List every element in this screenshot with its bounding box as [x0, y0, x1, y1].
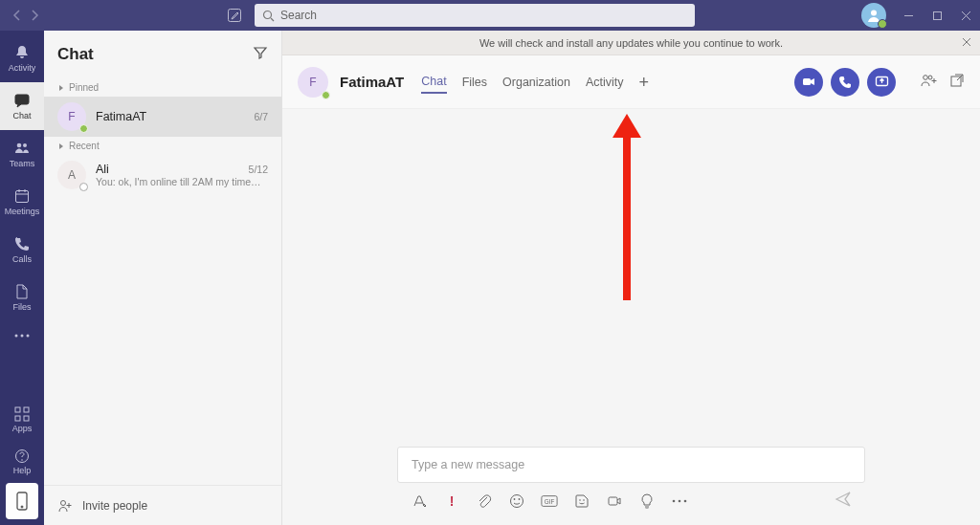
sticker-button[interactable] [573, 492, 590, 510]
close-icon [961, 36, 972, 48]
rail-teams[interactable]: Teams [0, 130, 44, 178]
invite-people-button[interactable]: Invite people [44, 485, 281, 525]
chat-item-name: FatimaAT [96, 110, 146, 123]
attach-icon [477, 493, 492, 509]
tab-organization[interactable]: Organization [502, 72, 570, 93]
emoji-icon [509, 493, 524, 509]
format-icon [412, 493, 427, 509]
svg-point-19 [61, 500, 66, 505]
chat-main: We will check and install any updates wh… [282, 31, 980, 525]
svg-point-9 [21, 335, 24, 338]
praise-button[interactable] [638, 492, 656, 510]
rail-apps[interactable]: Apps [0, 399, 44, 441]
svg-point-33 [673, 500, 676, 503]
more-icon [672, 498, 687, 504]
section-recent[interactable]: Recent [44, 137, 281, 155]
chat-item-name: Ali [96, 163, 109, 176]
attach-button[interactable] [476, 492, 493, 510]
svg-point-1 [264, 11, 272, 18]
tab-files[interactable]: Files [462, 72, 487, 93]
nav-back-button[interactable] [10, 8, 25, 23]
rail-chat[interactable]: Chat [0, 82, 44, 130]
message-input[interactable]: Type a new message [397, 447, 865, 483]
invite-icon [57, 498, 73, 514]
bulb-icon [640, 493, 654, 509]
audio-call-button[interactable] [831, 68, 859, 97]
app-rail: Activity Chat Teams Meetings Calls Files [0, 31, 44, 525]
send-button[interactable] [835, 491, 852, 512]
rail-activity[interactable]: Activity [0, 34, 44, 82]
rail-files[interactable]: Files [0, 273, 44, 321]
more-compose-button[interactable] [671, 492, 688, 510]
avatar: F [298, 67, 328, 98]
popout-icon [949, 73, 965, 88]
svg-rect-3 [933, 11, 941, 19]
svg-point-23 [928, 76, 932, 79]
section-pinned[interactable]: Pinned [44, 78, 281, 97]
filter-button[interactable] [253, 45, 268, 64]
chat-item-date: 5/12 [249, 164, 268, 175]
rail-help[interactable]: Help [0, 441, 44, 483]
screen-share-button[interactable] [867, 68, 896, 97]
emoji-button[interactable] [508, 492, 525, 510]
tab-activity[interactable]: Activity [586, 72, 624, 93]
schedule-meeting-button[interactable] [606, 492, 623, 510]
phone-icon [13, 235, 31, 252]
search-placeholder: Search [280, 9, 317, 22]
svg-point-34 [679, 500, 681, 503]
svg-point-35 [684, 500, 687, 503]
svg-rect-32 [609, 497, 617, 505]
add-tab-button[interactable]: + [639, 74, 650, 91]
priority-button[interactable]: ! [443, 492, 460, 510]
new-chat-button[interactable] [224, 5, 245, 26]
gif-button[interactable]: GIF [541, 492, 558, 510]
chat-icon [13, 92, 31, 109]
title-bar: Search [0, 0, 980, 31]
update-banner: We will check and install any updates wh… [282, 31, 980, 55]
tab-chat[interactable]: Chat [421, 71, 446, 94]
person-icon [866, 8, 881, 23]
more-icon [13, 333, 31, 339]
teams-icon [13, 140, 31, 157]
bell-icon [13, 44, 31, 61]
chat-title: FatimaAT [340, 74, 404, 90]
window-maximize-button[interactable] [923, 0, 951, 31]
rail-meetings[interactable]: Meetings [0, 178, 44, 226]
composer-toolbar: ! GIF [397, 483, 865, 521]
avatar: A [57, 161, 86, 189]
svg-rect-11 [15, 407, 20, 412]
svg-point-8 [15, 335, 18, 338]
svg-point-27 [519, 498, 521, 500]
add-people-icon [921, 73, 938, 88]
presence-available-icon [79, 124, 88, 133]
rail-calls[interactable]: Calls [0, 226, 44, 273]
presence-offline-icon [79, 183, 88, 191]
add-people-button[interactable] [921, 73, 938, 92]
meetnow-icon [607, 493, 622, 509]
window-minimize-button[interactable] [894, 0, 923, 31]
chat-list-panel: Chat Pinned F FatimaAT 6/7 [44, 31, 282, 525]
filter-icon [253, 45, 268, 60]
video-icon [802, 75, 816, 89]
video-call-button[interactable] [794, 68, 823, 97]
share-screen-icon [875, 75, 889, 89]
file-icon [13, 283, 31, 300]
mobile-icon [15, 492, 29, 511]
pop-out-button[interactable] [949, 73, 965, 92]
send-icon [835, 491, 852, 508]
nav-forward-button[interactable] [27, 8, 42, 23]
svg-rect-14 [24, 416, 29, 421]
search-input[interactable]: Search [255, 4, 695, 27]
format-button[interactable] [411, 492, 428, 510]
apps-icon [14, 406, 30, 422]
chat-item-ali[interactable]: A Ali 5/12 You: ok, I'm online till 2AM … [44, 155, 281, 195]
profile-avatar[interactable] [861, 3, 886, 28]
rail-more[interactable] [0, 321, 44, 350]
rail-mobile-button[interactable] [6, 483, 38, 519]
svg-rect-20 [803, 78, 811, 85]
svg-point-18 [21, 506, 23, 508]
chat-item-fatimaat[interactable]: F FatimaAT 6/7 [44, 97, 281, 137]
window-close-button[interactable] [951, 0, 980, 31]
search-icon [262, 10, 275, 22]
banner-close-button[interactable] [961, 36, 972, 50]
